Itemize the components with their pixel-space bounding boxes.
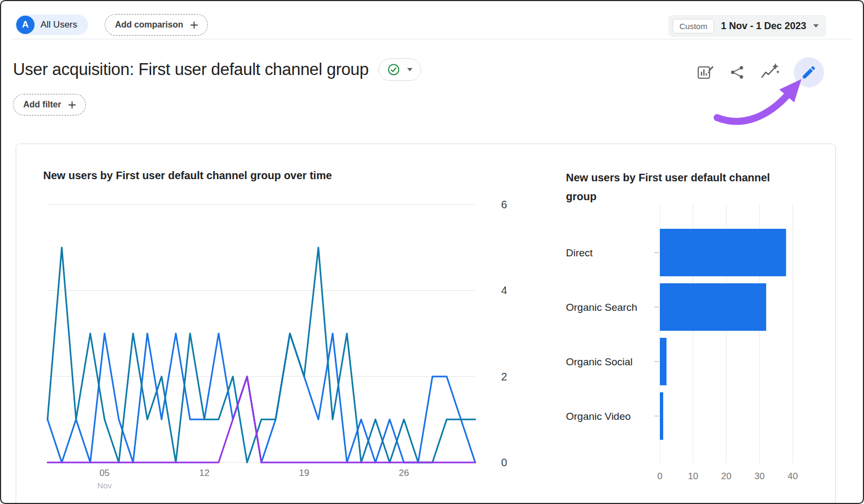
avatar: A — [16, 16, 35, 34]
all-users-chip[interactable]: A All Users — [15, 15, 88, 35]
share-button[interactable] — [729, 64, 745, 80]
check-circle-icon — [387, 63, 400, 76]
add-comparison-label: Add comparison — [115, 20, 183, 30]
add-filter-button[interactable]: Add filter — [13, 94, 86, 115]
page-title: User acquisition: First user default cha… — [13, 60, 369, 79]
svg-text:0: 0 — [501, 457, 507, 468]
svg-text:40: 40 — [788, 471, 798, 481]
svg-text:20: 20 — [721, 471, 732, 481]
edit-pencil-icon — [801, 64, 817, 80]
svg-text:2: 2 — [501, 371, 507, 383]
svg-text:Organic Social: Organic Social — [566, 356, 633, 367]
svg-text:10: 10 — [688, 471, 698, 481]
bar-chart[interactable]: 010203040DirectOrganic SearchOrganic Soc… — [566, 201, 820, 492]
svg-text:Organic Video: Organic Video — [566, 411, 631, 422]
svg-text:Organic Search: Organic Search — [566, 302, 637, 313]
insights-icon — [759, 62, 780, 83]
data-quality-badge[interactable] — [379, 58, 421, 81]
svg-text:30: 30 — [754, 471, 765, 481]
edit-button[interactable] — [794, 57, 824, 87]
svg-text:19: 19 — [299, 468, 309, 478]
svg-text:6: 6 — [501, 199, 507, 210]
line-chart[interactable]: 024605Nov121926 — [43, 195, 518, 498]
svg-text:05: 05 — [99, 468, 110, 478]
add-comparison-button[interactable]: Add comparison — [105, 14, 208, 36]
topbar-divider — [12, 39, 852, 39]
svg-text:4: 4 — [501, 284, 507, 296]
svg-text:26: 26 — [399, 468, 409, 478]
svg-text:12: 12 — [199, 468, 210, 478]
svg-text:Direct: Direct — [566, 247, 593, 258]
share-icon — [729, 64, 745, 80]
all-users-label: All Users — [40, 19, 77, 30]
ga4-report-screen: A All Users Add comparison Custom 1 Nov … — [0, 0, 864, 504]
plus-icon — [68, 100, 77, 110]
title-row: User acquisition: First user default cha… — [13, 58, 421, 81]
toolbar — [697, 57, 824, 87]
date-range-picker[interactable]: Custom 1 Nov - 1 Dec 2023 — [669, 15, 826, 37]
chevron-down-icon — [813, 24, 819, 28]
svg-text:Nov: Nov — [97, 481, 112, 490]
line-chart-title: New users by First user default channel … — [43, 169, 332, 182]
chevron-down-icon — [407, 68, 413, 71]
svg-text:0: 0 — [657, 471, 662, 481]
custom-badge: Custom — [673, 19, 714, 33]
customize-report-icon — [697, 63, 715, 81]
insights-button[interactable] — [759, 62, 780, 83]
customize-report-button[interactable] — [697, 63, 715, 81]
add-filter-label: Add filter — [23, 100, 61, 110]
date-range-label: 1 Nov - 1 Dec 2023 — [721, 21, 806, 32]
plus-icon — [190, 21, 199, 30]
